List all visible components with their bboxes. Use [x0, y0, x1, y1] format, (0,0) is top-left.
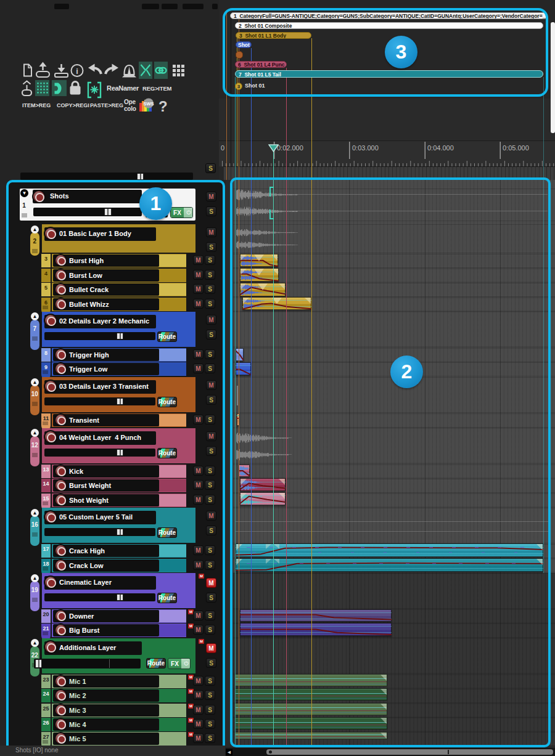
svg-text:colo: colo [124, 105, 136, 112]
svg-text:PASTE>REG: PASTE>REG [90, 102, 123, 108]
svg-text:Ope: Ope [124, 99, 136, 105]
svg-text:REG>ITEM: REG>ITEM [142, 85, 172, 92]
svg-text:SWS: SWS [143, 101, 154, 107]
svg-text:ReaNamer: ReaNamer [107, 84, 139, 92]
svg-text:i: i [76, 67, 78, 76]
svg-text:COPY>REGI: COPY>REGI [57, 102, 89, 108]
svg-text:ITEM>REG: ITEM>REG [22, 102, 51, 108]
svg-text:?: ? [158, 98, 168, 115]
